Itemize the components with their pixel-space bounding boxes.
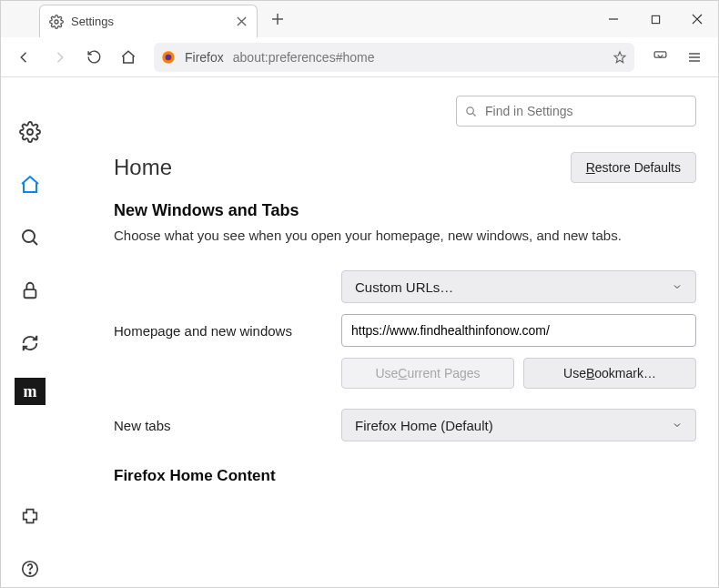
section-title-home-content: Firefox Home Content	[114, 467, 696, 485]
sidebar-item-general[interactable]	[12, 114, 48, 150]
titlebar: Settings	[1, 1, 718, 37]
forward-button[interactable]	[45, 43, 74, 72]
back-button[interactable]	[10, 43, 39, 72]
bookmark-star-icon[interactable]	[613, 50, 627, 65]
sidebar-item-search[interactable]	[12, 219, 48, 256]
svg-point-3	[166, 54, 172, 60]
close-icon[interactable]	[235, 15, 248, 28]
nav-toolbar: Firefox about:preferences#home	[1, 37, 718, 77]
find-in-settings[interactable]	[456, 96, 696, 127]
close-window-button[interactable]	[676, 1, 718, 37]
section-title-new-windows: New Windows and Tabs	[114, 201, 696, 220]
sidebar-item-home[interactable]	[12, 167, 48, 203]
newtabs-label: New tabs	[114, 418, 323, 433]
address-url: about:preferences#home	[233, 50, 375, 65]
homepage-url-input[interactable]	[341, 314, 696, 347]
use-bookmark-button[interactable]: Use Bookmark…	[523, 358, 696, 389]
section-desc: Choose what you see when you open your h…	[114, 228, 696, 243]
gear-icon	[49, 15, 64, 29]
svg-rect-4	[654, 52, 666, 57]
pocket-button[interactable]	[645, 43, 674, 72]
firefox-icon	[161, 50, 176, 65]
use-current-pages-button[interactable]: Use Current Pages	[341, 358, 514, 389]
restore-defaults-button[interactable]: Restore Defaults	[571, 152, 696, 183]
svg-point-6	[23, 230, 35, 242]
sidebar-item-help[interactable]	[12, 551, 48, 587]
minimize-button[interactable]	[592, 1, 634, 37]
window-controls	[592, 1, 718, 37]
svg-rect-7	[25, 289, 36, 298]
sidebar-item-privacy[interactable]	[12, 272, 48, 309]
content: m Home Restore Defaults New Windows and …	[1, 77, 718, 587]
search-icon	[464, 105, 478, 118]
address-bar[interactable]: Firefox about:preferences#home	[154, 43, 634, 72]
address-label: Firefox	[185, 50, 224, 65]
svg-point-0	[55, 20, 58, 24]
sidebar: m	[1, 77, 59, 587]
newtab-button[interactable]	[265, 6, 290, 32]
page-title: Home	[114, 155, 172, 180]
sidebar-item-extensions[interactable]	[12, 498, 48, 534]
svg-point-9	[29, 573, 30, 573]
sidebar-item-m[interactable]: m	[15, 378, 46, 405]
homepage-select[interactable]: Custom URLs…	[341, 270, 696, 303]
chevron-down-icon	[672, 281, 683, 292]
newtabs-select[interactable]: Firefox Home (Default)	[341, 409, 696, 441]
svg-point-5	[27, 129, 33, 135]
newtabs-select-value: Firefox Home (Default)	[355, 418, 493, 433]
maximize-button[interactable]	[634, 1, 676, 37]
sidebar-item-sync[interactable]	[12, 325, 48, 361]
chevron-down-icon	[672, 420, 683, 431]
homepage-label: Homepage and new windows	[114, 323, 323, 339]
svg-rect-1	[652, 15, 659, 23]
app-menu-button[interactable]	[680, 43, 709, 72]
homepage-select-value: Custom URLs…	[355, 279, 453, 295]
svg-point-10	[467, 106, 474, 114]
tab-settings[interactable]: Settings	[39, 5, 258, 37]
tab-title: Settings	[71, 15, 228, 28]
reload-button[interactable]	[79, 43, 108, 72]
main: Home Restore Defaults New Windows and Ta…	[59, 77, 718, 587]
home-button[interactable]	[114, 43, 143, 72]
search-input[interactable]	[485, 104, 688, 118]
